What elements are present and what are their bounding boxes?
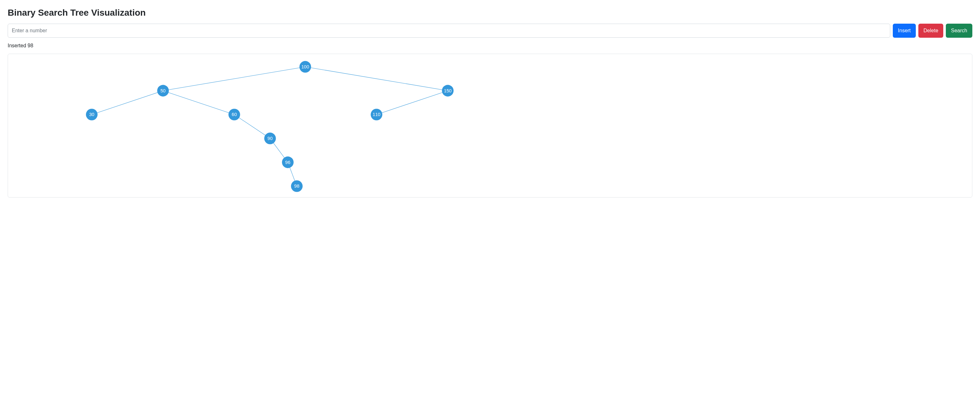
insert-button[interactable]: Insert [893,24,916,38]
tree-node-label: 110 [373,112,380,117]
controls-row: Insert Delete Search [8,24,972,38]
tree-node[interactable]: 100 [299,61,311,73]
tree-node[interactable]: 150 [442,85,453,97]
tree-node[interactable]: 50 [157,85,169,97]
tree-node-label: 96 [285,160,290,165]
tree-edge [377,91,448,115]
tree-edge [92,91,163,115]
tree-edge [163,67,305,91]
tree-edge [234,115,270,138]
tree-node-label: 60 [232,112,237,117]
delete-button[interactable]: Delete [918,24,943,38]
tree-diagram: 100501503060110909698 [8,54,972,198]
tree-node[interactable]: 96 [282,157,294,168]
tree-node[interactable]: 30 [86,109,97,120]
tree-node-label: 150 [444,88,452,93]
tree-node-label: 100 [301,64,309,69]
search-button[interactable]: Search [946,24,972,38]
tree-node-label: 30 [89,112,94,117]
tree-node[interactable]: 90 [264,133,276,144]
tree-node-label: 90 [267,136,272,141]
tree-svg: 100501503060110909698 [8,54,972,197]
page-title: Binary Search Tree Visualization [8,8,972,18]
tree-node-label: 50 [160,88,165,93]
tree-node[interactable]: 60 [228,109,240,120]
tree-node[interactable]: 98 [291,180,302,192]
tree-edge [163,91,234,115]
tree-node[interactable]: 110 [371,109,382,120]
number-input[interactable] [8,24,890,38]
tree-edge [305,67,448,91]
tree-node-label: 98 [294,184,299,188]
status-message: Inserted 98 [8,43,972,49]
